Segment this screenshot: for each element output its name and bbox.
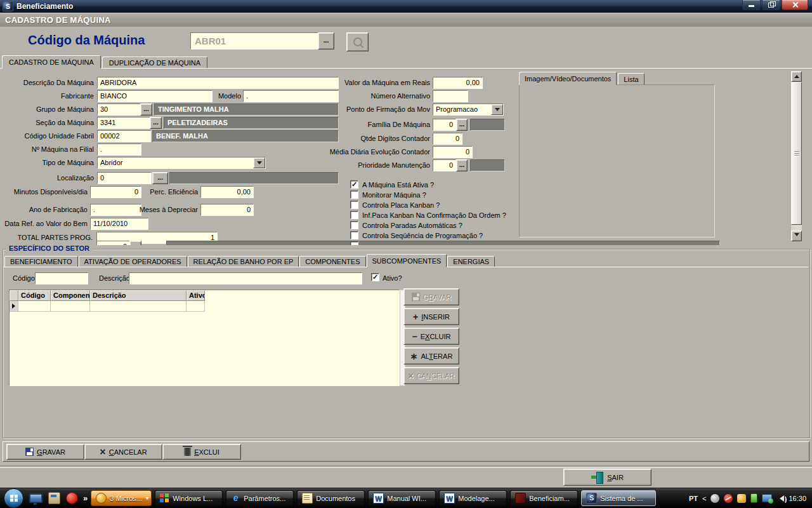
taskbar-button-modelagem[interactable]: W Modelage... xyxy=(439,490,507,506)
tray-network-icon[interactable] xyxy=(762,494,772,502)
qtde-digitos-input[interactable]: 0 xyxy=(433,133,462,145)
grid-col-descricao[interactable]: Descrição xyxy=(90,290,187,301)
localizacao-browse-button[interactable]: ... xyxy=(152,172,168,184)
cell-componente[interactable] xyxy=(51,301,90,312)
checkbox-paradas-automaticas-label[interactable]: Controla Paradas Automáticas ? xyxy=(362,222,462,229)
taskbar-button-manual[interactable]: W Manual WI... xyxy=(368,490,436,506)
valor-input[interactable]: 0,00 xyxy=(433,77,483,89)
checkbox-placa-kanban[interactable] xyxy=(350,201,358,209)
gravar-button[interactable]: GRAVAR xyxy=(6,444,84,460)
checkbox-inf-paca-kanban-label[interactable]: Inf.Paca Kanban Na Confirmação Da Ordem … xyxy=(362,211,506,219)
cell-ativo[interactable] xyxy=(187,301,205,312)
language-indicator[interactable]: PT xyxy=(689,495,698,502)
minutos-input[interactable]: 0 xyxy=(90,186,141,198)
taskbar-button-beneficiamento[interactable]: Beneficiam... xyxy=(510,490,578,506)
grid-col-ativo[interactable]: Ativo xyxy=(187,290,205,301)
grupo-input[interactable]: 30 xyxy=(97,104,141,116)
secao-browse-button[interactable]: ... xyxy=(150,117,162,129)
checkbox-maquina-ativa-label[interactable]: A Máquina Está Ativa ? xyxy=(362,181,434,189)
tipo-select[interactable]: Abridor xyxy=(97,157,266,169)
numero-alternativo-input[interactable] xyxy=(433,90,468,102)
taskbar-button-sistema[interactable]: S Sistema de ... xyxy=(581,490,656,506)
tab-beneficiamento[interactable]: BENEFICIAMENTO xyxy=(4,256,78,267)
checkbox-monitorar-label[interactable]: Monitorar Máquina ? xyxy=(362,191,426,199)
grid-col-codigo[interactable]: Código xyxy=(18,290,51,301)
tray-collapse-chevron-icon[interactable]: < xyxy=(702,495,706,502)
grid-col-componente[interactable]: Componente xyxy=(51,290,90,301)
quick-launch-media-icon[interactable] xyxy=(66,492,78,504)
tab-ativacao-de-operadores[interactable]: ATIVAÇÃO DE OPERADORES xyxy=(79,256,187,267)
machine-code-input[interactable]: ABR01 xyxy=(190,32,318,50)
clipped-checkbox[interactable] xyxy=(350,241,358,245)
sub-ativo-checkbox[interactable] xyxy=(371,273,379,281)
checkbox-inf-paca-kanban[interactable] xyxy=(350,211,358,219)
cell-descricao[interactable] xyxy=(90,301,187,312)
tray-app-icon[interactable] xyxy=(710,494,719,503)
start-button[interactable] xyxy=(4,488,23,508)
overflow-chevron-icon[interactable]: » xyxy=(83,493,88,503)
tab-subcomponentes[interactable]: SUBCOMPONENTES xyxy=(367,254,447,267)
tab-energias[interactable]: ENERGIAS xyxy=(447,256,495,267)
sub-ativo-label[interactable]: Ativo? xyxy=(383,274,402,282)
familia-browse-button[interactable]: ... xyxy=(456,119,468,131)
sub-codigo-input[interactable] xyxy=(35,272,88,284)
localizacao-input[interactable]: 0 xyxy=(97,172,152,184)
minimize-button[interactable] xyxy=(742,0,761,10)
sub-alterar-button[interactable]: ∗ ALTERAR xyxy=(403,347,459,364)
fabricante-input[interactable]: BIANCO xyxy=(97,90,213,102)
quick-launch-app-icon[interactable] xyxy=(48,492,60,504)
table-row[interactable] xyxy=(10,301,205,312)
tab-duplicacao-de-maquina[interactable]: DUPLICAÇÃO DE MÁQUINA xyxy=(102,57,207,69)
prioridade-input[interactable]: 0 xyxy=(433,159,456,171)
form-scrollbar[interactable] xyxy=(791,71,802,241)
grupo-browse-button[interactable]: ... xyxy=(140,104,152,116)
scrollbar-thumb[interactable] xyxy=(791,82,802,225)
taskbar-button-3-micros[interactable]: 3 Micros... xyxy=(91,490,152,506)
tab-cadastro-de-maquina[interactable]: CADASTRO DE MÁQUINA xyxy=(2,55,101,69)
perc-eficiencia-input[interactable]: 0,00 xyxy=(200,186,254,198)
tray-antivirus-icon[interactable] xyxy=(724,494,733,503)
clipped-browse-button[interactable]: ... xyxy=(129,241,141,245)
unidade-input[interactable]: 00002 xyxy=(97,130,151,142)
secao-input[interactable]: 3341 xyxy=(97,117,150,129)
sair-button[interactable]: SAIR xyxy=(563,469,652,486)
machine-code-search-button[interactable] xyxy=(346,32,369,51)
familia-input[interactable]: 0 xyxy=(433,119,456,131)
sub-inserir-button[interactable]: + INSERIR xyxy=(403,308,459,325)
tipo-dropdown-button[interactable] xyxy=(253,157,265,168)
prioridade-browse-button[interactable]: ... xyxy=(456,159,468,171)
clipped-extra-input[interactable]: 0 xyxy=(96,241,130,245)
tray-volume-icon[interactable] xyxy=(776,495,784,502)
media-diaria-input[interactable]: 0 xyxy=(433,146,473,158)
checkbox-sequencia-programacao-label[interactable]: Controla Seqüência de Programação ? xyxy=(362,232,483,239)
tab-componentes[interactable]: COMPONENTES xyxy=(299,256,365,267)
num-filial-input[interactable]: . xyxy=(97,144,141,156)
exclui-button[interactable]: EXCLUI xyxy=(162,444,241,460)
restore-button[interactable] xyxy=(762,0,780,10)
ano-fabricacao-input[interactable]: . xyxy=(90,204,141,216)
sub-descricao-input[interactable] xyxy=(129,272,362,284)
scroll-up-button[interactable] xyxy=(791,71,802,82)
checkbox-monitorar[interactable] xyxy=(350,190,358,199)
scroll-down-button[interactable] xyxy=(791,231,802,241)
machine-code-browse-button[interactable]: ... xyxy=(318,32,334,50)
checkbox-paradas-automaticas[interactable] xyxy=(350,221,358,229)
close-button[interactable] xyxy=(782,0,808,10)
taskbar-button-documentos[interactable]: Documentos xyxy=(297,490,365,506)
tray-power-icon[interactable] xyxy=(750,493,757,503)
tab-imagem-video-documentos[interactable]: Imagem/Vídeo/Documentos xyxy=(519,72,617,85)
data-ref-input[interactable]: 11/10/2010 xyxy=(90,218,148,230)
tab-lista[interactable]: Lista xyxy=(618,73,644,85)
taskbar-button-windows-live[interactable]: Windows L... xyxy=(155,490,223,506)
cell-codigo[interactable] xyxy=(18,301,51,312)
checkbox-maquina-ativa[interactable] xyxy=(350,180,358,189)
show-desktop-icon[interactable] xyxy=(29,493,43,503)
tray-scheduler-icon[interactable] xyxy=(737,494,746,503)
ponto-firmacao-dropdown-button[interactable] xyxy=(491,104,503,115)
tab-relacao-de-banho-por-ep[interactable]: RELAÇÃO DE BANHO POR EP xyxy=(188,256,299,267)
sub-excluir-button[interactable]: − EXCLUIR xyxy=(403,328,459,345)
ponto-firmacao-select[interactable]: Programacao xyxy=(433,104,504,116)
meses-depreciar-input[interactable]: 0 xyxy=(200,204,254,216)
cancelar-button[interactable]: × CANCELAR xyxy=(84,444,162,460)
checkbox-placa-kanban-label[interactable]: Controla Placa Kanban ? xyxy=(362,201,440,209)
